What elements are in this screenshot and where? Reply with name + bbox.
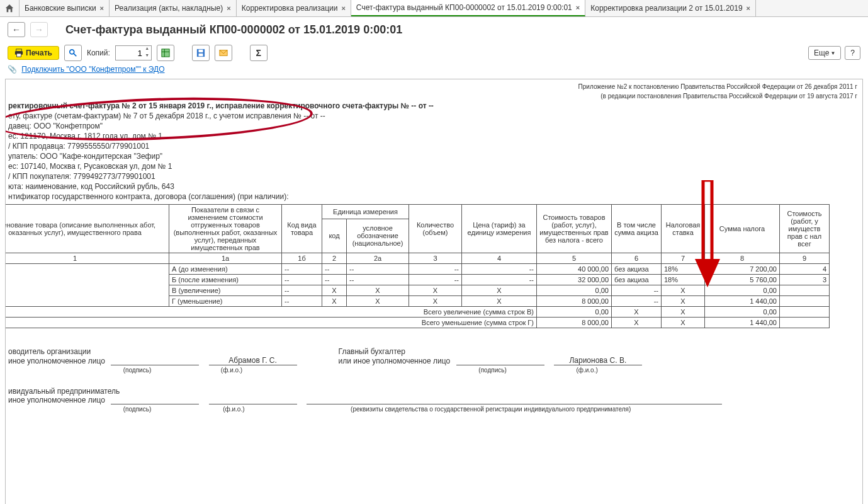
page-setup-button[interactable] xyxy=(157,45,174,61)
table-header-row: именование товара (описание выполненных … xyxy=(5,205,830,219)
help-button[interactable]: ? xyxy=(845,46,860,60)
mail-icon xyxy=(219,49,228,57)
invoice-table: именование товара (описание выполненных … xyxy=(5,204,830,328)
print-button[interactable]: Печать xyxy=(8,46,59,60)
currency-line: юта: наименование, код Российский рубль,… xyxy=(6,181,862,192)
floppy-icon xyxy=(196,49,205,57)
table-icon xyxy=(161,49,170,57)
more-label: Еще xyxy=(814,49,829,57)
tab-label: Банковские выписки xyxy=(25,4,96,13)
more-button[interactable]: Еще▼ xyxy=(808,46,841,60)
tab-label: Корректировка реализации xyxy=(242,4,338,13)
ip-req-sub: (реквизиты свидетельства о государственн… xyxy=(283,406,699,413)
seller-address: ес: 121170, Москва г, 1812 года ул, дом … xyxy=(6,131,862,141)
close-icon[interactable]: × xyxy=(341,4,345,12)
svg-rect-9 xyxy=(198,50,203,52)
document-viewport[interactable]: Приложение №2 к постановлению Правительс… xyxy=(5,79,863,504)
tab-correction[interactable]: Корректировка реализации× xyxy=(237,0,351,16)
th-rate: Налоговая ставка xyxy=(662,205,705,253)
close-icon[interactable]: × xyxy=(227,4,230,12)
page-title: Счет-фактура выданный КП00-0000002 от 15… xyxy=(65,23,402,37)
tab-bank-statements[interactable]: Банковские выписки× xyxy=(20,0,110,16)
table-total-row: Всего увеличение (сумма строк В)0,00XX0,… xyxy=(5,307,830,318)
table-numrow: 11а1б22а3456789 xyxy=(5,253,830,264)
head-fio-line: Абрамов Г. С. xyxy=(209,356,297,365)
buyer-name: упатель: ООО "Кафе-кондитерская "Зефир" xyxy=(6,151,862,161)
magnifier-icon xyxy=(69,49,77,57)
save-button[interactable] xyxy=(192,45,210,61)
table-row: олад А (до изменения)----------40 000,00… xyxy=(5,264,830,275)
head-label-2: иное уполномоченное лицо xyxy=(8,357,105,365)
home-icon xyxy=(5,4,14,13)
edo-link[interactable]: Подключить "ООО "Конфетпром"" к ЭДО xyxy=(21,65,164,74)
tab-correction-2[interactable]: Корректировка реализации 2 от 15.01.2019… xyxy=(585,0,756,16)
ip-label: ивидуальный предприниматель xyxy=(8,387,120,396)
preview-button[interactable] xyxy=(64,45,82,61)
th-cost-tax: Стоимость (работ, у имуществ прав с нал … xyxy=(780,205,830,253)
buyer-address: ес: 107140, Москва г, Русаковская ул, до… xyxy=(6,161,862,171)
email-button[interactable] xyxy=(215,45,232,61)
head-label: оводитель организации xyxy=(8,347,91,356)
home-tab[interactable] xyxy=(0,0,20,16)
close-icon[interactable]: × xyxy=(576,4,580,11)
th-price: Цена (тариф) за единицу измерения xyxy=(462,205,537,253)
tab-label: Счет-фактура выданный КП00-0000002 от 15… xyxy=(356,3,572,12)
sub-sign: (подпись) xyxy=(446,367,540,374)
acc-fio-line: Ларионова С. В. xyxy=(554,356,642,365)
tab-invoice-active[interactable]: Счет-фактура выданный КП00-0000002 от 15… xyxy=(351,0,585,16)
signature-block: оводитель организации иное уполномоченно… xyxy=(6,347,862,374)
sub-sign: (подпись) xyxy=(90,406,184,413)
tab-realization[interactable]: Реализация (акты, накладные)× xyxy=(110,0,237,16)
nav-forward-button[interactable]: → xyxy=(30,22,48,37)
ip-label-2: иное уполномоченное лицо xyxy=(8,396,105,404)
copies-label: Копий: xyxy=(87,49,110,57)
sub-sign: (подпись) xyxy=(90,367,184,374)
appendix-line-1: Приложение №2 к постановлению Правительс… xyxy=(6,82,862,91)
ip-signature-block: ивидуальный предприниматель иное уполном… xyxy=(6,387,862,413)
contract-id-line: нтификатор государственного контракта, д… xyxy=(6,192,862,202)
appendix-line-2: (в редакции постановления Правительства … xyxy=(6,91,862,101)
chevron-down-icon: ▼ xyxy=(830,50,835,56)
accountant-label-2: или иное уполномоченное лицо xyxy=(339,357,451,365)
copies-stepper[interactable]: ▲▼ xyxy=(115,45,152,60)
close-icon[interactable]: × xyxy=(747,4,750,12)
close-icon[interactable]: × xyxy=(100,4,104,12)
buyer-inn-kpp: / КПП покупателя: 7799492773/779901001 xyxy=(6,171,862,181)
help-label: ? xyxy=(850,49,855,57)
th-unit-code: код xyxy=(322,219,347,253)
th-code: Код вида товара xyxy=(282,205,322,253)
nav-back-button[interactable]: ← xyxy=(8,22,25,37)
th-indicators: Показатели в связи с изменением стоимост… xyxy=(169,205,282,253)
spin-up-icon[interactable]: ▲ xyxy=(144,46,151,53)
spin-down-icon[interactable]: ▼ xyxy=(144,53,151,60)
seller-inn-kpp: / КПП продавца: 7799555550/779901001 xyxy=(6,141,862,151)
tab-label: Корректировка реализации 2 от 15.01.2019 xyxy=(590,4,742,13)
doc-base-invoice: ету, фактуре (счетам-фактурам) № 7 от 5 … xyxy=(6,111,862,121)
th-unit-name: условное обозначение (национальное) xyxy=(347,219,409,253)
seller-name: давец: ООО "Конфетпром" xyxy=(6,121,862,131)
tab-bar: Банковские выписки× Реализация (акты, на… xyxy=(0,0,868,17)
sub-fio: (ф.и.о.) xyxy=(184,367,279,374)
svg-line-4 xyxy=(74,54,76,56)
sub-fio: (ф.и.о.) xyxy=(540,367,634,374)
edo-link-row: 📎 Подключить "ООО "Конфетпром"" к ЭДО xyxy=(0,64,868,79)
th-qty: Количество (объем) xyxy=(409,205,462,253)
toolbar: Печать Копий: ▲▼ Σ Еще▼ ? xyxy=(0,42,868,64)
th-unit-group: Единица измерения xyxy=(322,205,409,219)
sum-button[interactable]: Σ xyxy=(250,45,268,61)
svg-point-3 xyxy=(70,50,74,54)
svg-rect-0 xyxy=(16,49,22,52)
table-total-row: Всего уменьшение (сумма строк Г)8 000,00… xyxy=(5,318,830,328)
svg-rect-10 xyxy=(198,54,203,56)
sub-fio: (ф.и.о.) xyxy=(186,406,281,413)
tab-label: Реализация (акты, накладные) xyxy=(115,4,223,13)
attachment-icon: 📎 xyxy=(8,65,17,74)
doc-title: ректировочный счет-фактура № 2 от 15 янв… xyxy=(8,101,434,110)
item-name: олад xyxy=(5,264,169,307)
svg-rect-5 xyxy=(162,49,169,57)
th-name: именование товара (описание выполненных … xyxy=(5,205,169,253)
header: ← → Счет-фактура выданный КП00-0000002 о… xyxy=(0,17,868,42)
th-tax: Сумма налога xyxy=(705,205,780,253)
th-excise: В том числе сумма акциза xyxy=(612,205,662,253)
print-label: Печать xyxy=(26,49,52,57)
